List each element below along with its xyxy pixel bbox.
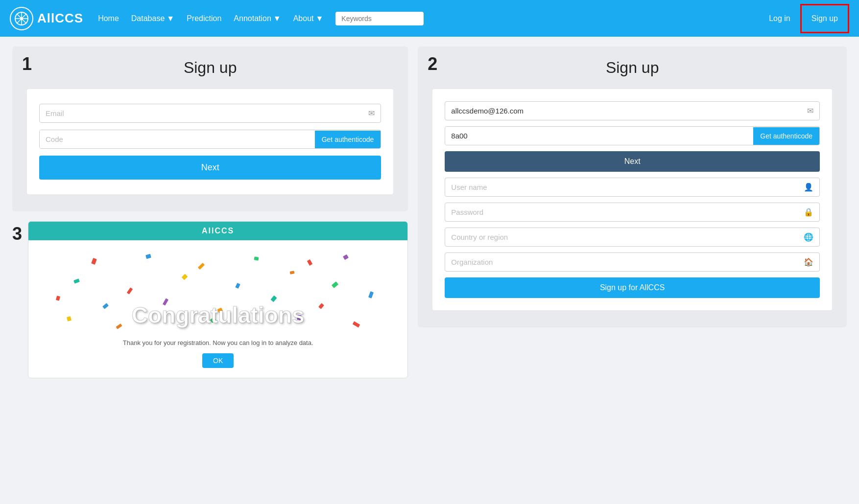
congrats-card: AllCCS Congratulations Thank you for you… bbox=[28, 221, 408, 378]
nav-annotation[interactable]: Annotation ▼ bbox=[234, 14, 281, 23]
step2-number: 2 bbox=[428, 54, 437, 74]
email-input[interactable] bbox=[40, 104, 362, 122]
step2-code-input[interactable] bbox=[445, 127, 753, 145]
logo-text: AllCCS bbox=[37, 11, 83, 26]
email-icon: ✉ bbox=[362, 109, 381, 118]
step1-next-button[interactable]: Next bbox=[39, 156, 381, 180]
organization-row: 🏠 bbox=[445, 252, 820, 272]
right-column: 2 Sign up ✉ Get authenticode Next 👤 bbox=[418, 46, 847, 327]
logo-icon bbox=[10, 7, 33, 30]
main-content: 1 Sign up ✉ Get authenticode Next 3 AllC… bbox=[0, 37, 859, 388]
country-input[interactable] bbox=[445, 228, 798, 246]
nav-about[interactable]: About ▼ bbox=[293, 14, 324, 23]
left-column: 1 Sign up ✉ Get authenticode Next 3 AllC… bbox=[12, 46, 408, 378]
step3-card-wrapper: AllCCS Congratulations Thank you for you… bbox=[28, 221, 408, 378]
step2-form: ✉ Get authenticode Next 👤 🔒 🌐 bbox=[432, 89, 832, 310]
congrats-image: Congratulations bbox=[38, 250, 398, 333]
ok-button[interactable]: OK bbox=[202, 353, 234, 368]
password-input[interactable] bbox=[445, 203, 798, 221]
step2-email-input[interactable] bbox=[445, 102, 801, 120]
login-link[interactable]: Log in bbox=[769, 14, 790, 23]
step2-title: Sign up bbox=[432, 59, 832, 77]
email-input-row: ✉ bbox=[39, 104, 381, 123]
chevron-down-icon: ▼ bbox=[167, 14, 174, 23]
organization-input[interactable] bbox=[445, 253, 798, 271]
username-input[interactable] bbox=[445, 178, 798, 196]
code-input-row: Get authenticode bbox=[39, 130, 381, 149]
nav-links: Home Database ▼ Prediction Annotation ▼ … bbox=[98, 12, 759, 25]
congrats-header: AllCCS bbox=[28, 222, 407, 240]
navbar: AllCCS Home Database ▼ Prediction Annota… bbox=[0, 0, 859, 37]
step1-title: Sign up bbox=[27, 59, 393, 77]
nav-home[interactable]: Home bbox=[98, 14, 119, 23]
step1-card: 1 Sign up ✉ Get authenticode Next bbox=[12, 46, 408, 211]
user-icon: 👤 bbox=[798, 183, 819, 192]
chevron-down-icon: ▼ bbox=[315, 14, 323, 23]
step2-get-authenticode-button[interactable]: Get authenticode bbox=[753, 127, 819, 145]
step2-card: 2 Sign up ✉ Get authenticode Next 👤 bbox=[418, 46, 847, 327]
chevron-down-icon: ▼ bbox=[273, 14, 281, 23]
building-icon: 🏠 bbox=[798, 257, 819, 267]
step2-code-row: Get authenticode bbox=[445, 126, 820, 145]
congrats-body: Congratulations Thank you for your regis… bbox=[28, 240, 407, 378]
congrats-text: Congratulations bbox=[132, 302, 305, 328]
step3-container: 3 AllCCS Congratulations Thank you for y… bbox=[12, 221, 408, 378]
code-input[interactable] bbox=[40, 130, 315, 148]
step2-email-row: ✉ bbox=[445, 101, 820, 120]
step3-number: 3 bbox=[12, 221, 22, 244]
nav-right: Log in Sign up bbox=[769, 4, 849, 33]
signup-button[interactable]: Sign up bbox=[800, 4, 849, 33]
logo[interactable]: AllCCS bbox=[10, 7, 83, 30]
step1-form: ✉ Get authenticode Next bbox=[27, 89, 393, 194]
signup-for-allccs-button[interactable]: Sign up for AllCCS bbox=[445, 277, 820, 298]
nav-database[interactable]: Database ▼ bbox=[131, 14, 174, 23]
congrats-sub: Thank you for your registration. Now you… bbox=[38, 339, 398, 346]
username-row: 👤 bbox=[445, 178, 820, 197]
country-row: 🌐 bbox=[445, 228, 820, 247]
get-authenticode-button[interactable]: Get authenticode bbox=[315, 131, 381, 148]
nav-prediction[interactable]: Prediction bbox=[187, 14, 221, 23]
password-row: 🔒 bbox=[445, 203, 820, 222]
email-icon: ✉ bbox=[801, 106, 819, 115]
lock-icon: 🔒 bbox=[798, 207, 819, 217]
step2-next-button[interactable]: Next bbox=[445, 151, 820, 172]
svg-point-5 bbox=[20, 17, 23, 20]
step1-number: 1 bbox=[22, 54, 32, 74]
search-input[interactable] bbox=[335, 12, 424, 25]
globe-icon: 🌐 bbox=[798, 232, 819, 242]
